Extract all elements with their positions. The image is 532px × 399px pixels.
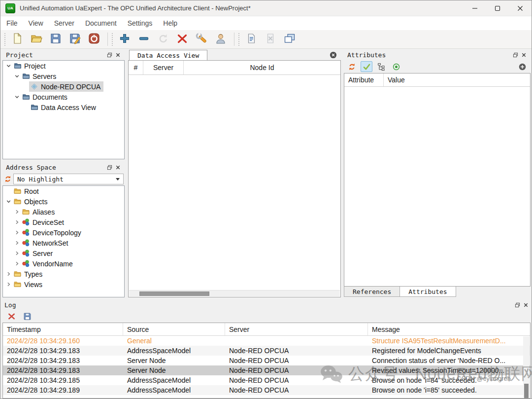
connect-server-button[interactable] [156,32,170,47]
tab-data-access-view[interactable]: Data Access View [129,50,207,60]
menu-item-server[interactable]: Server [54,19,80,27]
expander-icon[interactable] [13,260,21,268]
expander-icon[interactable] [13,239,21,247]
expander-icon[interactable] [13,218,21,226]
log-row[interactable]: 2024/2/28 10:34:29.183Server NodeNode-RE… [3,365,530,375]
tab-attributes[interactable]: Attributes [399,287,456,297]
float-panel-icon[interactable] [105,51,114,59]
clear-log-icon[interactable] [6,312,16,322]
disconnect-server-button[interactable] [175,32,190,47]
add-document-button[interactable] [244,32,259,47]
expander-icon[interactable] [13,93,21,101]
tree-item-data-access-view[interactable]: Data Access View [3,102,124,112]
tree-item-deviceset[interactable]: DeviceSet [3,217,124,227]
attributes-table: Attribute Value [344,73,531,287]
tree-item-servers[interactable]: Servers [3,71,124,81]
close-panel-icon[interactable] [114,164,122,171]
expander-icon[interactable] [4,270,12,278]
menu-item-settings[interactable]: Settings [128,19,158,27]
log-row[interactable]: 2024/2/28 10:34:29.183AddressSpaceModelN… [3,346,530,356]
save-project-as-button[interactable] [67,32,82,47]
column-header-attribute[interactable]: Attribute [344,73,384,86]
tree-item-server[interactable]: Server [3,248,124,258]
column-header-message[interactable]: Message [368,323,530,335]
expander-icon[interactable] [13,73,21,80]
float-panel-icon[interactable] [511,51,520,59]
project-tree: ProjectServersNode-RED OPCUADocumentsDat… [2,60,125,159]
cascade-windows-button[interactable] [282,32,297,47]
tree-item-project[interactable]: Project [3,61,124,71]
save-log-icon[interactable] [22,312,32,322]
column-header-timestamp[interactable]: Timestamp [3,323,123,335]
collapse-hierarchy-icon[interactable] [375,61,387,72]
refresh-address-space-icon[interactable] [2,174,13,184]
log-row[interactable]: 2024/2/28 10:34:29.160GeneralStructure I… [3,336,530,346]
attributes-bottom-tabs: References Attributes [344,287,456,297]
tree-item-documents[interactable]: Documents [3,92,124,102]
new-document-icon [11,33,23,46]
tree-node: Project [12,61,49,71]
column-header-number[interactable]: # [129,61,143,74]
server-properties-button[interactable] [194,32,209,47]
add-server-button[interactable] [117,32,132,47]
menu-item-file[interactable]: File [6,19,23,27]
new-document-button[interactable] [10,32,25,47]
column-header-source[interactable]: Source [123,323,225,335]
expander-icon[interactable] [13,208,21,216]
expander-icon[interactable] [13,229,21,237]
tab-references[interactable]: References [344,287,400,297]
log-row[interactable]: 2024/2/28 10:34:29.189AddressSpaceModelN… [3,385,530,395]
log-row[interactable]: 2024/2/28 10:34:29.183Server NodeNode-RE… [3,356,530,365]
highlight-dropdown[interactable]: No Highlight [13,174,124,184]
horizontal-scrollbar-thumb[interactable] [139,291,209,296]
tree-item-networkset[interactable]: NetworkSet [3,238,124,248]
log-cell: Node-RED OPCUA [225,366,368,374]
float-panel-icon[interactable] [105,164,114,171]
expander-placeholder [4,187,12,195]
horizontal-scrollbar[interactable] [129,290,340,296]
change-user-button[interactable] [213,32,228,47]
log-cell: General [123,337,225,345]
tree-item-node-red-opcua[interactable]: Node-RED OPCUA [3,81,124,92]
menu-item-help[interactable]: Help [163,19,183,27]
expander-icon[interactable] [4,198,12,206]
tree-item-objects[interactable]: Objects [3,196,124,207]
expander-icon[interactable] [13,250,21,257]
vertical-scrollbar[interactable] [523,336,530,398]
tree-item-devicetopology[interactable]: DeviceTopology [3,227,124,238]
close-panel-icon[interactable] [114,51,122,59]
auto-update-toggle-icon[interactable] [361,61,372,72]
tree-node: Server [21,248,56,258]
expander-icon[interactable] [4,62,12,70]
close-document-icon[interactable] [330,51,337,59]
close-panel-icon[interactable] [520,51,528,59]
column-header-server[interactable]: Server [143,61,184,74]
remove-document-button[interactable] [263,32,278,47]
column-header-value[interactable]: Value [384,73,530,86]
log-table: Timestamp Source Server Message 2024/2/2… [2,323,531,399]
log-row[interactable]: 2024/2/28 10:34:29.185AddressSpaceModelN… [3,375,530,385]
menu-item-document[interactable]: Document [85,19,122,27]
tree-item-views[interactable]: Views [3,279,124,290]
open-project-button[interactable] [29,32,44,47]
float-panel-icon[interactable] [513,301,522,309]
tree-item-types[interactable]: Types [3,269,124,279]
save-project-button[interactable] [48,32,63,47]
quit-button[interactable] [87,32,101,47]
menu-item-view[interactable]: View [29,19,49,27]
column-header-server[interactable]: Server [225,323,368,335]
close-button[interactable] [509,0,532,16]
monitor-target-icon[interactable] [390,61,402,72]
close-panel-icon[interactable] [522,301,530,309]
minimize-button[interactable] [464,0,486,16]
tree-item-aliases[interactable]: Aliases [3,207,124,217]
remove-server-button[interactable] [136,32,151,47]
expander-icon[interactable] [4,281,12,289]
tree-item-root[interactable]: Root [3,186,124,196]
vertical-scrollbar-thumb[interactable] [524,384,529,399]
column-header-nodeid[interactable]: Node Id [184,61,340,74]
tree-item-vendorname[interactable]: VendorName [3,258,124,269]
maximize-button[interactable] [486,0,509,16]
refresh-attributes-icon[interactable] [346,61,358,72]
expand-all-icon[interactable] [516,61,528,72]
